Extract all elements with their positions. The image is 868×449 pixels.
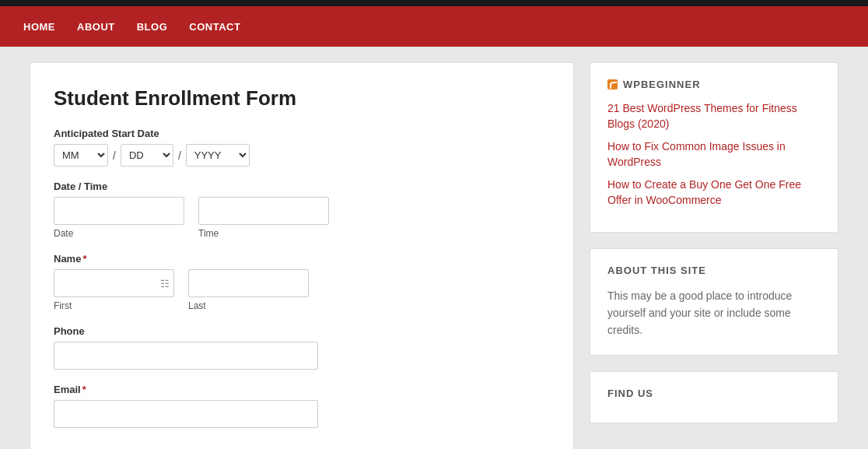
first-name-field: ☷ First bbox=[54, 269, 174, 311]
date-sublabel: Date bbox=[54, 228, 184, 239]
datetime-row: Date Time bbox=[54, 197, 550, 239]
datetime-group: Date / Time Date Time bbox=[54, 181, 550, 239]
email-input[interactable] bbox=[54, 400, 318, 428]
about-text: This may be a good place to introduce yo… bbox=[607, 287, 821, 339]
time-field: Time bbox=[198, 197, 329, 239]
name-required: * bbox=[82, 253, 86, 265]
phone-label: Phone bbox=[54, 325, 550, 337]
email-group: Email* bbox=[54, 384, 550, 428]
day-select[interactable]: DD 01020304 05060708 0910 bbox=[121, 144, 173, 167]
rss-link-1-anchor[interactable]: 21 Best WordPress Themes for Fitness Blo… bbox=[607, 102, 797, 130]
time-input[interactable] bbox=[198, 197, 329, 225]
about-widget-title: ABOUT THIS SITE bbox=[607, 265, 821, 276]
rss-links: 21 Best WordPress Themes for Fitness Blo… bbox=[607, 101, 821, 209]
rss-link-1: 21 Best WordPress Themes for Fitness Blo… bbox=[607, 101, 821, 132]
month-select[interactable]: MM 01020304 05060708 09101112 bbox=[54, 144, 108, 167]
form-title: Student Enrollment Form bbox=[54, 86, 550, 110]
datetime-label: Date / Time bbox=[54, 181, 550, 192]
nav-about[interactable]: ABOUT bbox=[77, 21, 115, 33]
rss-link-3-anchor[interactable]: How to Create a Buy One Get One Free Off… bbox=[607, 178, 801, 206]
phone-group: Phone bbox=[54, 325, 550, 370]
last-sublabel: Last bbox=[188, 300, 309, 311]
rss-widget-title: WPBEGINNER bbox=[607, 79, 821, 90]
find-us-widget: FIND US bbox=[590, 371, 838, 423]
top-bar bbox=[0, 0, 868, 6]
phone-input[interactable] bbox=[54, 342, 318, 370]
nav-home[interactable]: HOME bbox=[23, 21, 55, 33]
date-sep-2: / bbox=[178, 149, 181, 162]
last-name-field: Last bbox=[188, 269, 309, 311]
first-input-wrapper: ☷ bbox=[54, 269, 174, 297]
name-label: Name* bbox=[54, 253, 550, 265]
main-panel: Student Enrollment Form Anticipated Star… bbox=[30, 62, 574, 449]
name-group: Name* ☷ First Last bbox=[54, 253, 550, 311]
nav-bar: HOME ABOUT BLOG CONTACT bbox=[0, 6, 868, 47]
rss-icon bbox=[607, 79, 618, 89]
year-select[interactable]: YYYY 202020212022 202320242025 bbox=[186, 144, 250, 167]
date-sep-1: / bbox=[113, 149, 116, 162]
email-required: * bbox=[82, 384, 86, 395]
date-input[interactable] bbox=[54, 197, 184, 225]
last-name-input[interactable] bbox=[188, 269, 309, 297]
about-widget: ABOUT THIS SITE This may be a good place… bbox=[590, 248, 838, 356]
anticipated-label: Anticipated Start Date bbox=[54, 128, 550, 139]
rss-widget: WPBEGINNER 21 Best WordPress Themes for … bbox=[590, 62, 838, 233]
find-us-title: FIND US bbox=[607, 388, 821, 399]
email-label: Email* bbox=[54, 384, 550, 395]
first-name-input[interactable] bbox=[54, 269, 174, 297]
rss-link-2: How to Fix Common Image Issues in WordPr… bbox=[607, 139, 821, 170]
name-row: ☷ First Last bbox=[54, 269, 550, 311]
date-field: Date bbox=[54, 197, 184, 239]
sidebar: WPBEGINNER 21 Best WordPress Themes for … bbox=[590, 62, 838, 449]
nav-contact[interactable]: CONTACT bbox=[189, 21, 240, 33]
time-sublabel: Time bbox=[198, 228, 329, 239]
anticipated-start-group: Anticipated Start Date MM 01020304 05060… bbox=[54, 128, 550, 167]
nav-blog[interactable]: BLOG bbox=[137, 21, 168, 33]
first-sublabel: First bbox=[54, 300, 174, 311]
rss-link-2-anchor[interactable]: How to Fix Common Image Issues in WordPr… bbox=[607, 140, 786, 168]
date-row: MM 01020304 05060708 09101112 / DD 01020… bbox=[54, 144, 550, 167]
rss-link-3: How to Create a Buy One Get One Free Off… bbox=[607, 177, 821, 208]
